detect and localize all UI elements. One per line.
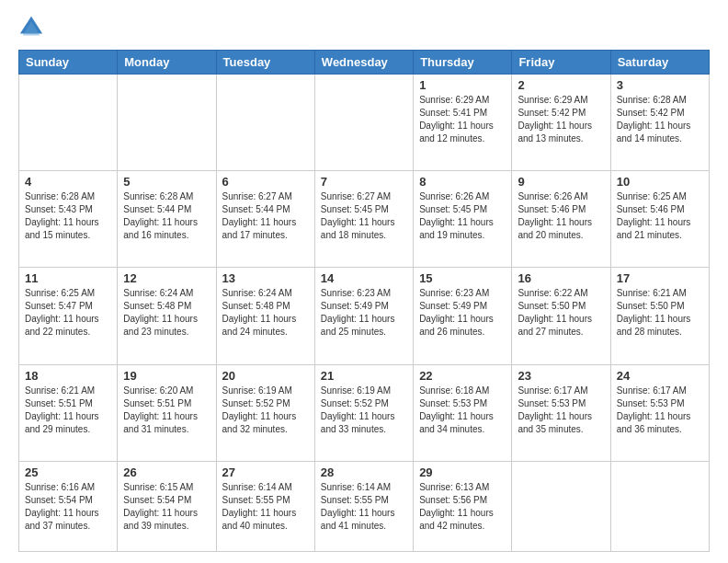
calendar-cell: 12Sunrise: 6:24 AM Sunset: 5:48 PM Dayli… (118, 268, 216, 364)
calendar-cell (610, 461, 709, 551)
day-number: 18 (25, 369, 111, 383)
day-info: Sunrise: 6:26 AM Sunset: 5:45 PM Dayligh… (419, 190, 506, 242)
calendar-cell: 26Sunrise: 6:15 AM Sunset: 5:54 PM Dayli… (118, 461, 216, 551)
calendar-header-row: SundayMondayTuesdayWednesdayThursdayFrid… (19, 51, 710, 75)
calendar-cell: 5Sunrise: 6:28 AM Sunset: 5:44 PM Daylig… (118, 171, 216, 268)
day-number: 24 (617, 369, 703, 383)
day-info: Sunrise: 6:19 AM Sunset: 5:52 PM Dayligh… (222, 385, 309, 436)
calendar-cell: 17Sunrise: 6:21 AM Sunset: 5:50 PM Dayli… (610, 268, 709, 364)
calendar-cell: 28Sunrise: 6:14 AM Sunset: 5:55 PM Dayli… (314, 461, 413, 551)
calendar-cell: 6Sunrise: 6:27 AM Sunset: 5:44 PM Daylig… (216, 171, 314, 268)
day-info: Sunrise: 6:13 AM Sunset: 5:56 PM Dayligh… (419, 481, 506, 533)
calendar-day-header: Thursday (414, 51, 512, 75)
calendar-cell: 14Sunrise: 6:23 AM Sunset: 5:49 PM Dayli… (314, 268, 413, 364)
day-number: 2 (518, 78, 604, 92)
calendar-cell: 24Sunrise: 6:17 AM Sunset: 5:53 PM Dayli… (610, 364, 709, 461)
day-info: Sunrise: 6:16 AM Sunset: 5:54 PM Dayligh… (25, 481, 111, 533)
day-info: Sunrise: 6:27 AM Sunset: 5:44 PM Dayligh… (222, 190, 309, 242)
day-number: 19 (123, 369, 210, 383)
header (18, 15, 710, 40)
calendar-day-header: Wednesday (314, 51, 413, 75)
logo (18, 15, 48, 40)
day-number: 28 (321, 465, 407, 479)
calendar-week-row: 4Sunrise: 6:28 AM Sunset: 5:43 PM Daylig… (19, 171, 710, 268)
calendar-cell: 27Sunrise: 6:14 AM Sunset: 5:55 PM Dayli… (216, 461, 314, 551)
day-info: Sunrise: 6:21 AM Sunset: 5:50 PM Dayligh… (617, 287, 703, 339)
day-info: Sunrise: 6:14 AM Sunset: 5:55 PM Dayligh… (222, 481, 309, 533)
day-info: Sunrise: 6:22 AM Sunset: 5:50 PM Dayligh… (518, 287, 604, 339)
day-info: Sunrise: 6:18 AM Sunset: 5:53 PM Dayligh… (419, 385, 506, 436)
day-info: Sunrise: 6:23 AM Sunset: 5:49 PM Dayligh… (321, 287, 407, 339)
day-info: Sunrise: 6:15 AM Sunset: 5:54 PM Dayligh… (123, 481, 210, 533)
day-number: 11 (25, 271, 111, 285)
day-number: 6 (222, 175, 309, 189)
day-number: 23 (518, 369, 604, 383)
calendar-week-row: 11Sunrise: 6:25 AM Sunset: 5:47 PM Dayli… (19, 268, 710, 364)
calendar-day-header: Friday (512, 51, 610, 75)
day-info: Sunrise: 6:26 AM Sunset: 5:46 PM Dayligh… (518, 190, 604, 242)
calendar-day-header: Saturday (610, 51, 709, 75)
calendar-cell: 7Sunrise: 6:27 AM Sunset: 5:45 PM Daylig… (314, 171, 413, 268)
day-number: 10 (617, 175, 703, 189)
day-info: Sunrise: 6:24 AM Sunset: 5:48 PM Dayligh… (222, 287, 309, 339)
day-info: Sunrise: 6:25 AM Sunset: 5:46 PM Dayligh… (617, 190, 703, 242)
calendar-cell: 15Sunrise: 6:23 AM Sunset: 5:49 PM Dayli… (414, 268, 512, 364)
calendar-cell: 21Sunrise: 6:19 AM Sunset: 5:52 PM Dayli… (314, 364, 413, 461)
calendar-cell (512, 461, 610, 551)
day-info: Sunrise: 6:29 AM Sunset: 5:42 PM Dayligh… (518, 94, 604, 145)
day-info: Sunrise: 6:28 AM Sunset: 5:44 PM Dayligh… (123, 190, 210, 242)
day-number: 27 (222, 465, 309, 479)
day-number: 7 (321, 175, 407, 189)
calendar-cell (118, 75, 216, 171)
calendar-week-row: 1Sunrise: 6:29 AM Sunset: 5:41 PM Daylig… (19, 75, 710, 171)
day-info: Sunrise: 6:29 AM Sunset: 5:41 PM Dayligh… (419, 94, 506, 145)
calendar-cell: 22Sunrise: 6:18 AM Sunset: 5:53 PM Dayli… (414, 364, 512, 461)
calendar-cell: 25Sunrise: 6:16 AM Sunset: 5:54 PM Dayli… (19, 461, 118, 551)
calendar-cell: 13Sunrise: 6:24 AM Sunset: 5:48 PM Dayli… (216, 268, 314, 364)
calendar-cell: 4Sunrise: 6:28 AM Sunset: 5:43 PM Daylig… (19, 171, 118, 268)
calendar-cell (19, 75, 118, 171)
calendar-day-header: Tuesday (216, 51, 314, 75)
day-number: 15 (419, 271, 506, 285)
calendar-cell: 8Sunrise: 6:26 AM Sunset: 5:45 PM Daylig… (414, 171, 512, 268)
logo-icon (18, 15, 44, 40)
day-info: Sunrise: 6:14 AM Sunset: 5:55 PM Dayligh… (321, 481, 407, 533)
page: SundayMondayTuesdayWednesdayThursdayFrid… (0, 0, 728, 563)
calendar-cell: 19Sunrise: 6:20 AM Sunset: 5:51 PM Dayli… (118, 364, 216, 461)
calendar-cell: 16Sunrise: 6:22 AM Sunset: 5:50 PM Dayli… (512, 268, 610, 364)
day-info: Sunrise: 6:25 AM Sunset: 5:47 PM Dayligh… (25, 287, 111, 339)
day-info: Sunrise: 6:23 AM Sunset: 5:49 PM Dayligh… (419, 287, 506, 339)
calendar-cell: 2Sunrise: 6:29 AM Sunset: 5:42 PM Daylig… (512, 75, 610, 171)
day-number: 25 (25, 465, 111, 479)
day-number: 13 (222, 271, 309, 285)
calendar-cell (314, 75, 413, 171)
calendar-cell: 29Sunrise: 6:13 AM Sunset: 5:56 PM Dayli… (414, 461, 512, 551)
calendar-cell: 3Sunrise: 6:28 AM Sunset: 5:42 PM Daylig… (610, 75, 709, 171)
day-number: 5 (123, 175, 210, 189)
day-number: 21 (321, 369, 407, 383)
calendar-cell: 10Sunrise: 6:25 AM Sunset: 5:46 PM Dayli… (610, 171, 709, 268)
day-number: 12 (123, 271, 210, 285)
day-info: Sunrise: 6:17 AM Sunset: 5:53 PM Dayligh… (518, 385, 604, 436)
calendar-cell: 23Sunrise: 6:17 AM Sunset: 5:53 PM Dayli… (512, 364, 610, 461)
day-number: 1 (419, 78, 506, 92)
day-number: 14 (321, 271, 407, 285)
calendar-week-row: 25Sunrise: 6:16 AM Sunset: 5:54 PM Dayli… (19, 461, 710, 551)
day-info: Sunrise: 6:28 AM Sunset: 5:42 PM Dayligh… (617, 94, 703, 145)
day-info: Sunrise: 6:19 AM Sunset: 5:52 PM Dayligh… (321, 385, 407, 436)
calendar-cell: 18Sunrise: 6:21 AM Sunset: 5:51 PM Dayli… (19, 364, 118, 461)
day-number: 20 (222, 369, 309, 383)
calendar-cell: 11Sunrise: 6:25 AM Sunset: 5:47 PM Dayli… (19, 268, 118, 364)
day-info: Sunrise: 6:21 AM Sunset: 5:51 PM Dayligh… (25, 385, 111, 436)
calendar-day-header: Monday (118, 51, 216, 75)
calendar-cell: 9Sunrise: 6:26 AM Sunset: 5:46 PM Daylig… (512, 171, 610, 268)
day-info: Sunrise: 6:24 AM Sunset: 5:48 PM Dayligh… (123, 287, 210, 339)
calendar-table: SundayMondayTuesdayWednesdayThursdayFrid… (18, 50, 710, 552)
calendar-cell: 1Sunrise: 6:29 AM Sunset: 5:41 PM Daylig… (414, 75, 512, 171)
calendar-cell (216, 75, 314, 171)
day-number: 8 (419, 175, 506, 189)
day-info: Sunrise: 6:27 AM Sunset: 5:45 PM Dayligh… (321, 190, 407, 242)
day-number: 22 (419, 369, 506, 383)
day-number: 4 (25, 175, 111, 189)
calendar-cell: 20Sunrise: 6:19 AM Sunset: 5:52 PM Dayli… (216, 364, 314, 461)
